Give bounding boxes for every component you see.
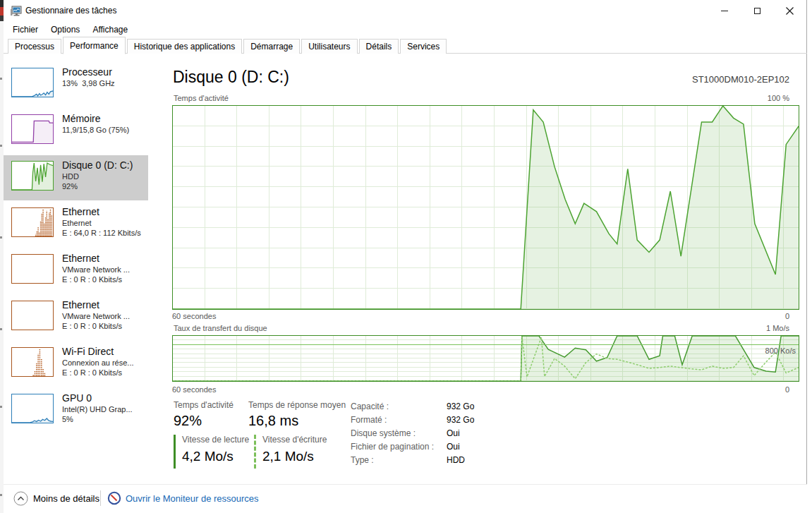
active-time-label: Temps d'activité: [174, 400, 234, 410]
disk-model-label: ST1000DM010-2EP102: [692, 74, 789, 85]
detail-value: Oui: [447, 427, 460, 440]
tab-services[interactable]: Services: [400, 39, 447, 54]
menubar: Fichier Options Affichage: [6, 23, 134, 37]
table-row: Capacité : 932 Go: [351, 400, 474, 414]
response-time-label: Temps de réponse moyen: [248, 400, 346, 410]
response-time-value: 16,8 ms: [248, 413, 298, 429]
disk-details-table: Capacité : 932 Go Formaté : 932 Go Disqu…: [351, 400, 474, 467]
tab-details[interactable]: Détails: [359, 39, 399, 54]
less-details-button[interactable]: Moins de détails: [33, 493, 99, 504]
tab-strip: Processus Performance Historique des app…: [4, 36, 807, 54]
tab-performance[interactable]: Performance: [63, 37, 126, 54]
open-resource-monitor-link[interactable]: Ouvrir le Moniteur de ressources: [126, 493, 259, 504]
sidebar-item-title: Disque 0 (D: C:): [62, 159, 147, 171]
transfer-reference-line: [173, 344, 799, 345]
disk-transfer-chart[interactable]: 800 Ko/s: [172, 335, 799, 382]
sidebar-item-ethernet-1[interactable]: Ethernet Ethernet E : 64,0 R : 112 Kbits…: [4, 202, 148, 247]
titlebar[interactable]: Gestionnaire des tâches: [4, 0, 806, 23]
sidebar-item-sub: 5%: [62, 414, 147, 424]
activity-area-series: [173, 106, 799, 309]
sidebar-item-ethernet-3[interactable]: Ethernet VMware Network ... E : 0 R : 0 …: [4, 295, 148, 340]
close-icon: [786, 7, 794, 15]
transfer-xlabel: 60 secondes: [172, 385, 216, 394]
sidebar-item-sub: 13% 3,98 GHz: [62, 78, 147, 88]
ethernet-mini-chart: [11, 254, 54, 284]
sidebar-item-title: Ethernet: [62, 206, 147, 218]
task-manager-window: Gestionnaire des tâches Fichier Options …: [4, 0, 807, 513]
activity-chart-ymax: 100 %: [768, 94, 789, 102]
sidebar-item-wifi-direct[interactable]: Wi-Fi Direct Connexion au rése... E : 0 …: [4, 342, 148, 387]
sidebar-item-ethernet-2[interactable]: Ethernet VMware Network ... E : 0 R : 0 …: [4, 248, 148, 294]
detail-label: Fichier de pagination :: [351, 440, 447, 454]
menu-fichier[interactable]: Fichier: [6, 23, 44, 37]
close-button[interactable]: [773, 0, 806, 22]
sidebar-item-title: Wi-Fi Direct: [62, 346, 147, 358]
minimize-icon: [721, 11, 728, 11]
detail-value: HDD: [447, 454, 465, 467]
transfer-ref-label: 800 Ko/s: [765, 346, 796, 355]
task-manager-screen: Gestionnaire des tâches Fichier Options …: [0, 0, 812, 513]
detail-label: Capacité :: [351, 400, 447, 414]
sidebar-item-memory[interactable]: Mémoire 11,9/15,8 Go (75%): [4, 109, 148, 154]
write-speed-label: Vitesse d'écriture: [262, 435, 327, 445]
tab-utilisateurs[interactable]: Utilisateurs: [301, 39, 357, 54]
tab-demarrage[interactable]: Démarrage: [243, 39, 300, 54]
menu-options[interactable]: Options: [44, 23, 86, 37]
sidebar-item-sub: 92%: [62, 181, 147, 191]
detail-value: Oui: [447, 440, 460, 454]
sidebar-item-sub: E : 0 R : 0 Kbits/s: [62, 368, 147, 378]
maximize-icon: [754, 8, 761, 14]
sidebar-item-cpu[interactable]: Processeur 13% 3,98 GHz: [4, 62, 148, 107]
sidebar-item-gpu0[interactable]: GPU 0 Intel(R) UHD Grap... 5%: [4, 388, 148, 433]
chevron-up-circle-icon[interactable]: [13, 491, 28, 506]
menu-affichage[interactable]: Affichage: [86, 23, 134, 37]
active-time-value: 92%: [174, 413, 202, 429]
page-title: Disque 0 (D: C:): [173, 68, 289, 87]
detail-label: Disque système :: [351, 427, 447, 440]
sidebar-item-sub: Intel(R) UHD Grap...: [62, 404, 147, 414]
table-row: Type : HDD: [351, 454, 474, 467]
read-speed-block: Vitesse de lecture 4,2 Mo/s: [174, 435, 249, 469]
tab-historique-des-applications[interactable]: Historique des applications: [127, 39, 242, 54]
disk-activity-chart[interactable]: [172, 105, 799, 310]
cpu-mini-chart: [11, 68, 54, 97]
tab-processus[interactable]: Processus: [8, 39, 61, 54]
sidebar-item-sub: 11,9/15,8 Go (75%): [62, 125, 147, 135]
sidebar-item-sub: E : 0 R : 0 Kbits/s: [62, 274, 147, 284]
sidebar-item-sub: Ethernet: [62, 218, 147, 228]
sidebar-item-disk0[interactable]: Disque 0 (D: C:) HDD 92%: [4, 155, 148, 200]
sidebar-item-sub: VMware Network ...: [62, 311, 147, 321]
detail-label: Formaté :: [351, 414, 447, 427]
gpu-mini-chart: [11, 394, 54, 423]
sidebar-item-sub: E : 64,0 R : 112 Kbits/s: [62, 228, 147, 238]
read-speed-value: 4,2 Mo/s: [182, 449, 249, 464]
memory-mini-chart: [11, 114, 54, 144]
activity-x-right: 0: [785, 312, 789, 320]
background-fragment: [0, 236, 2, 239]
transfer-x-right: 0: [785, 385, 789, 394]
sidebar-item-title: Mémoire: [62, 113, 147, 125]
background-fragment: [0, 494, 2, 496]
minimize-button[interactable]: [708, 0, 741, 22]
transfer-chart-title: Taux de transfert du disque: [174, 324, 267, 332]
transfer-chart-ymax: 1 Mo/s: [766, 324, 789, 332]
transfer-line-series: [173, 336, 799, 381]
table-row: Fichier de pagination : Oui: [351, 440, 474, 454]
sidebar-item-title: Ethernet: [62, 253, 147, 265]
write-speed-block: Vitesse d'écriture 2,1 Mo/s: [254, 435, 327, 469]
ethernet-mini-chart: [11, 301, 54, 330]
read-speed-label: Vitesse de lecture: [182, 435, 249, 445]
sidebar-item-title: GPU 0: [62, 392, 147, 404]
maximize-button[interactable]: [741, 0, 773, 22]
table-row: Disque système : Oui: [351, 427, 474, 440]
ethernet-mini-chart: [11, 207, 54, 237]
detail-value: 932 Go: [447, 400, 474, 414]
sidebar-item-sub: HDD: [62, 171, 147, 181]
speedometer-icon[interactable]: [107, 491, 121, 505]
sidebar-item-sub: E : 0 R : 0 Kbits/s: [62, 321, 147, 331]
activity-xlabel: 60 secondes: [172, 312, 216, 320]
activity-chart-title: Temps d'activité: [174, 94, 229, 102]
sidebar-item-title: Processeur: [62, 66, 147, 78]
detail-value: 932 Go: [447, 414, 474, 427]
background-window-sliver-right: [807, 0, 812, 513]
